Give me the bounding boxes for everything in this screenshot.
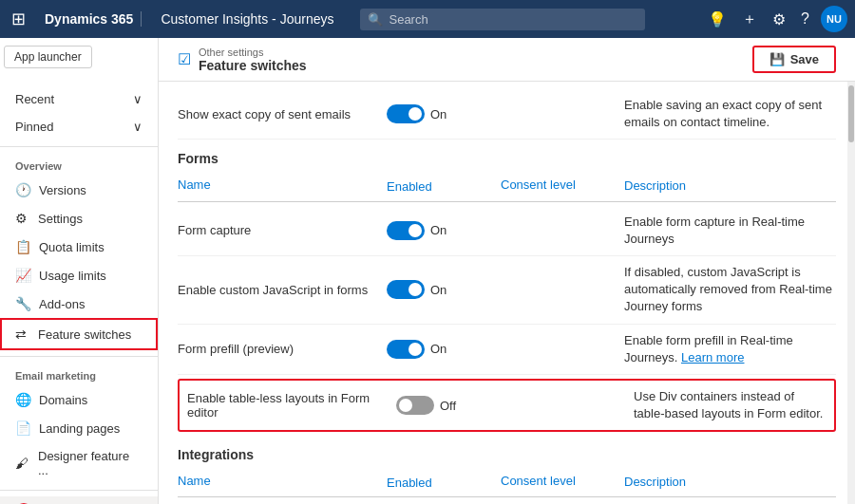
row-enabled: On bbox=[387, 221, 501, 240]
toggle-show-copy[interactable]: On bbox=[387, 104, 446, 123]
toggle-tableless[interactable]: Off bbox=[396, 396, 456, 415]
versions-icon: 🕐 bbox=[15, 182, 31, 197]
designer-label: Designer feature ... bbox=[38, 449, 142, 477]
grid-icon[interactable]: ⊞ bbox=[8, 5, 29, 33]
sidebar: Recent ∨ Pinned ∨ Overview 🕐 Versions ⚙ … bbox=[0, 38, 159, 504]
header-name: Name bbox=[178, 177, 387, 195]
header-consent: Consent level bbox=[501, 474, 624, 491]
sidebar-item-landing[interactable]: 📄 Landing pages bbox=[0, 414, 158, 442]
table-row: Enable custom JavaScript in forms On If … bbox=[178, 256, 836, 325]
domains-icon: 🌐 bbox=[15, 392, 31, 407]
learn-more-link[interactable]: Learn more bbox=[681, 350, 744, 364]
header-left: ☑ Other settings Feature switches bbox=[178, 47, 307, 73]
sidebar-item-feature-switches[interactable]: ⇄ Feature switches bbox=[0, 318, 158, 350]
usage-icon: 📈 bbox=[15, 268, 31, 283]
email-marketing-section: Email marketing bbox=[0, 363, 158, 385]
toggle-label: On bbox=[430, 283, 446, 297]
add-icon[interactable]: ＋ bbox=[738, 6, 761, 33]
row-enabled: On bbox=[387, 340, 501, 359]
table-row: Form capture On Enable form capture in R… bbox=[178, 206, 836, 256]
addons-label: Add-ons bbox=[39, 297, 85, 311]
sidebar-item-versions[interactable]: 🕐 Versions bbox=[0, 176, 158, 204]
toggle-label: On bbox=[430, 107, 446, 121]
nav-icons: 💡 ＋ ⚙ ? NU bbox=[704, 6, 847, 33]
top-nav: ⊞ Dynamics 365 Customer Insights - Journ… bbox=[0, 0, 855, 38]
row-name: Enable custom JavaScript in forms bbox=[178, 283, 387, 297]
search-bar[interactable]: 🔍 bbox=[360, 9, 645, 30]
highlighted-row: Enable table-less layouts in Form editor… bbox=[178, 379, 836, 432]
row-description: If disabled, custom JavaScript is automa… bbox=[624, 264, 836, 316]
lightbulb-icon[interactable]: 💡 bbox=[704, 7, 731, 32]
row-enabled: On bbox=[387, 280, 501, 299]
breadcrumb: Other settings bbox=[199, 47, 307, 58]
main-layout: Recent ∨ Pinned ∨ Overview 🕐 Versions ⚙ … bbox=[0, 38, 855, 504]
app-label: Customer Insights - Journeys bbox=[149, 11, 345, 27]
row-enabled: Off bbox=[396, 396, 510, 415]
feature-switches-label: Feature switches bbox=[38, 327, 131, 342]
avatar[interactable]: NU bbox=[821, 6, 847, 32]
table-row: Show exact copy of sent emails On Enable… bbox=[178, 89, 836, 140]
header-enabled: Enabled bbox=[387, 474, 501, 491]
help-icon[interactable]: ? bbox=[797, 7, 813, 31]
usage-label: Usage limits bbox=[39, 269, 106, 283]
forms-section-label: Forms bbox=[178, 140, 836, 172]
brand-label: Dynamics 365 bbox=[37, 11, 142, 27]
sidebar-item-quota[interactable]: 📋 Quota limits bbox=[0, 233, 158, 261]
sidebar-item-addons[interactable]: 🔧 Add-ons bbox=[0, 289, 158, 318]
domains-label: Domains bbox=[39, 393, 87, 407]
save-icon: 💾 bbox=[770, 52, 785, 66]
content-body: Show exact copy of sent emails On Enable… bbox=[159, 82, 855, 504]
search-icon: 🔍 bbox=[368, 12, 383, 27]
settings-icon[interactable]: ⚙ bbox=[769, 7, 789, 32]
row-description: Enable form capture in Real-time Journey… bbox=[624, 214, 836, 248]
toggle-custom-js[interactable]: On bbox=[387, 280, 446, 299]
scrollbar-thumb[interactable] bbox=[848, 85, 854, 142]
sidebar-bottom-settings[interactable]: S Settings › bbox=[0, 496, 158, 504]
chevron-down-icon: ∨ bbox=[133, 120, 142, 134]
integrations-section-label: Integrations bbox=[178, 436, 836, 468]
header-name: Name bbox=[178, 474, 387, 491]
row-name: Form prefill (preview) bbox=[178, 342, 387, 356]
sidebar-item-recent[interactable]: Recent ∨ bbox=[0, 85, 158, 113]
table-header: Name Enabled Consent level Description bbox=[178, 172, 836, 201]
overview-section: Overview bbox=[0, 153, 158, 176]
landing-label: Landing pages bbox=[39, 421, 120, 436]
content-header: ☑ Other settings Feature switches 💾 Save bbox=[159, 38, 855, 82]
header-enabled: Enabled bbox=[387, 177, 501, 195]
toggle-label: Off bbox=[440, 399, 456, 413]
addons-icon: 🔧 bbox=[15, 296, 31, 311]
toggle-form-prefill[interactable]: On bbox=[387, 340, 446, 359]
app-launcher-button[interactable]: App launcher bbox=[4, 46, 92, 68]
quota-label: Quota limits bbox=[39, 240, 104, 254]
breadcrumb-area: Other settings Feature switches bbox=[199, 47, 307, 73]
header-description: Description bbox=[624, 474, 836, 491]
landing-icon: 📄 bbox=[15, 420, 31, 436]
settings-label: Settings bbox=[38, 212, 83, 226]
pinned-label: Pinned bbox=[15, 120, 53, 134]
feature-switches-check-icon: ☑ bbox=[178, 50, 191, 68]
table-row: Form prefill (preview) On Enable form pr… bbox=[178, 325, 836, 375]
row-description: Enable form prefill in Real-time Journey… bbox=[624, 332, 836, 366]
sidebar-item-domains[interactable]: 🌐 Domains bbox=[0, 385, 158, 414]
save-button[interactable]: 💾 Save bbox=[752, 46, 836, 73]
chevron-down-icon: ∨ bbox=[133, 92, 142, 106]
recent-label: Recent bbox=[15, 92, 54, 106]
toggle-label: On bbox=[430, 223, 446, 237]
row-name: Form capture bbox=[178, 223, 387, 237]
row-description: Enable saving an exact copy of sent emai… bbox=[624, 97, 836, 131]
sidebar-item-usage[interactable]: 📈 Usage limits bbox=[0, 261, 158, 289]
header-consent: Consent level bbox=[501, 177, 624, 195]
main-content: ☑ Other settings Feature switches 💾 Save… bbox=[159, 38, 855, 504]
quota-icon: 📋 bbox=[15, 239, 31, 254]
feature-switches-icon: ⇄ bbox=[15, 327, 30, 342]
integrations-table-header: Name Enabled Consent level Description bbox=[178, 468, 836, 497]
header-description: Description bbox=[624, 177, 836, 195]
sidebar-item-pinned[interactable]: Pinned ∨ bbox=[0, 113, 158, 140]
scrollbar-track[interactable] bbox=[847, 76, 855, 504]
section-title: Feature switches bbox=[199, 58, 307, 73]
sidebar-item-designer[interactable]: 🖌 Designer feature ... bbox=[0, 442, 158, 484]
designer-icon: 🖌 bbox=[15, 456, 30, 471]
sidebar-item-settings[interactable]: ⚙ Settings bbox=[0, 204, 158, 233]
search-input[interactable] bbox=[389, 12, 637, 27]
toggle-form-capture[interactable]: On bbox=[387, 221, 446, 240]
